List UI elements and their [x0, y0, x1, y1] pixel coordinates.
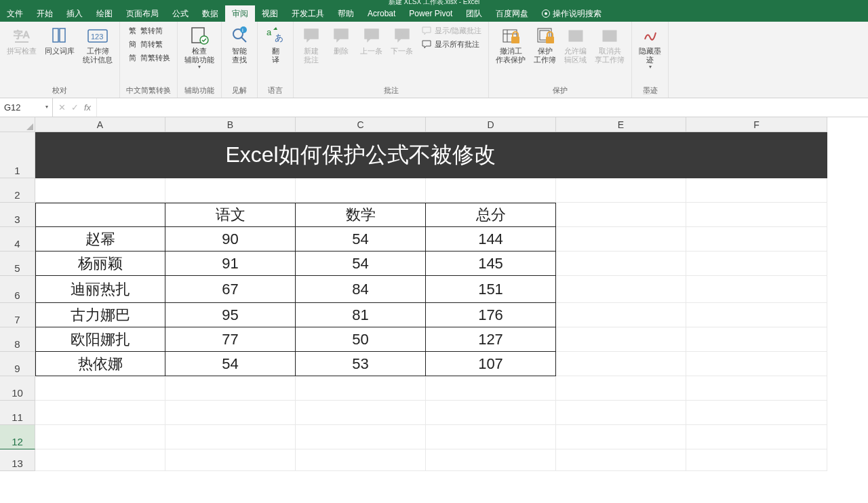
- cell[interactable]: [556, 178, 686, 203]
- cell[interactable]: [556, 449, 686, 471]
- cell[interactable]: 81: [296, 303, 426, 327]
- col-header-C[interactable]: C: [296, 117, 426, 132]
- cell[interactable]: [686, 227, 827, 252]
- cell[interactable]: [426, 401, 556, 425]
- cell[interactable]: [556, 252, 686, 276]
- cell[interactable]: 67: [165, 276, 296, 303]
- cell[interactable]: 107: [426, 352, 556, 376]
- cell[interactable]: 145: [426, 252, 556, 276]
- cell[interactable]: [426, 449, 556, 471]
- cell[interactable]: [35, 401, 165, 425]
- formula-input[interactable]: [97, 98, 868, 117]
- cell[interactable]: [686, 449, 827, 471]
- cancel-icon[interactable]: ✕: [58, 102, 66, 113]
- tab-Acrobat[interactable]: Acrobat: [361, 5, 402, 22]
- row-header-8[interactable]: 8: [0, 327, 35, 352]
- cell[interactable]: [556, 425, 686, 449]
- cell[interactable]: [686, 425, 827, 449]
- cell[interactable]: [165, 376, 296, 401]
- cell[interactable]: 90: [165, 227, 296, 252]
- cell[interactable]: 古力娜巴: [35, 303, 165, 327]
- cell[interactable]: 欧阳娜扎: [35, 327, 165, 352]
- cell[interactable]: [556, 276, 686, 303]
- cell[interactable]: 77: [165, 327, 296, 352]
- tab-视图[interactable]: 视图: [255, 5, 285, 22]
- tab-页面布局[interactable]: 页面布局: [119, 5, 165, 22]
- cell[interactable]: [556, 401, 686, 425]
- cell[interactable]: [165, 401, 296, 425]
- row-header-1[interactable]: 1: [0, 132, 35, 178]
- row-header-4[interactable]: 4: [0, 227, 35, 252]
- tab-公式[interactable]: 公式: [165, 5, 195, 22]
- cell[interactable]: [35, 178, 165, 203]
- tab-数据[interactable]: 数据: [195, 5, 225, 22]
- cell[interactable]: [686, 178, 827, 203]
- col-header-F[interactable]: F: [686, 117, 827, 132]
- cell[interactable]: 54: [296, 227, 426, 252]
- row-header-13[interactable]: 13: [0, 449, 35, 471]
- cell[interactable]: 54: [165, 352, 296, 376]
- name-box[interactable]: G12 ▾: [0, 98, 53, 117]
- cell[interactable]: [165, 425, 296, 449]
- tab-百度网盘[interactable]: 百度网盘: [489, 5, 535, 22]
- cell[interactable]: 176: [426, 303, 556, 327]
- cell[interactable]: [296, 425, 426, 449]
- workbook-stats-button[interactable]: 123 工作簿 统计信息: [80, 23, 115, 66]
- next-comment-button[interactable]: 下一条: [388, 23, 416, 66]
- cell[interactable]: 赵幂: [35, 227, 165, 252]
- row-header-11[interactable]: 11: [0, 401, 35, 425]
- smart-lookup-button[interactable]: i 智能 查找: [226, 23, 253, 66]
- cell[interactable]: 54: [296, 252, 426, 276]
- cell[interactable]: 迪丽热扎: [35, 276, 165, 303]
- col-header-D[interactable]: D: [426, 117, 556, 132]
- tell-me[interactable]: 操作说明搜索: [535, 5, 601, 22]
- fx-icon[interactable]: fx: [84, 102, 91, 113]
- cell[interactable]: 热依娜: [35, 352, 165, 376]
- cell[interactable]: [35, 376, 165, 401]
- tab-开始[interactable]: 开始: [30, 5, 60, 22]
- cell[interactable]: 144: [426, 227, 556, 252]
- cell[interactable]: [556, 352, 686, 376]
- cell[interactable]: [556, 327, 686, 352]
- new-comment-button[interactable]: 新建 批注: [298, 23, 325, 66]
- row-header-10[interactable]: 10: [0, 376, 35, 401]
- cell[interactable]: [165, 178, 296, 203]
- translate-button[interactable]: aあ 翻 译: [262, 23, 289, 66]
- tab-审阅[interactable]: 审阅: [225, 5, 255, 22]
- cell[interactable]: 总分: [426, 203, 556, 227]
- cell[interactable]: [686, 327, 827, 352]
- simp-to-trad-button[interactable]: 繁繁转简: [124, 24, 173, 37]
- tab-开发工具[interactable]: 开发工具: [285, 5, 331, 22]
- spreadsheet[interactable]: ABCDEF 1Excel如何保护公式不被修改23语文数学总分4赵幂905414…: [0, 117, 868, 471]
- cell[interactable]: 杨丽颖: [35, 252, 165, 276]
- row-header-6[interactable]: 6: [0, 276, 35, 303]
- cell[interactable]: [686, 132, 827, 178]
- row-header-9[interactable]: 9: [0, 352, 35, 376]
- row-header-5[interactable]: 5: [0, 252, 35, 276]
- cell[interactable]: [296, 449, 426, 471]
- cell[interactable]: [686, 252, 827, 276]
- allow-edit-ranges-button[interactable]: 允许编 辑区域: [561, 23, 589, 66]
- cell[interactable]: 95: [165, 303, 296, 327]
- cell[interactable]: [556, 203, 686, 227]
- delete-comment-button[interactable]: 删除: [328, 23, 355, 66]
- cell[interactable]: [686, 203, 827, 227]
- unshare-workbook-button[interactable]: 取消共 享工作簿: [592, 23, 627, 66]
- protect-workbook-button[interactable]: 保护 工作簿: [531, 23, 559, 66]
- toggle-comment-button[interactable]: 显示/隐藏批注: [418, 24, 484, 37]
- trad-to-simp-button[interactable]: 簡简转繁: [124, 38, 173, 50]
- cell[interactable]: [686, 303, 827, 327]
- cell[interactable]: [556, 227, 686, 252]
- cell[interactable]: 127: [426, 327, 556, 352]
- tab-绘图[interactable]: 绘图: [90, 5, 119, 22]
- cell[interactable]: [296, 376, 426, 401]
- row-header-2[interactable]: 2: [0, 178, 35, 203]
- col-header-A[interactable]: A: [35, 117, 165, 132]
- cell[interactable]: [426, 178, 556, 203]
- tab-Power Pivot[interactable]: Power Pivot: [402, 5, 459, 22]
- cell[interactable]: [686, 352, 827, 376]
- cell[interactable]: [35, 203, 165, 227]
- unprotect-sheet-button[interactable]: 撤消工 作表保护: [493, 23, 528, 66]
- cell[interactable]: [296, 401, 426, 425]
- tab-文件[interactable]: 文件: [0, 5, 30, 22]
